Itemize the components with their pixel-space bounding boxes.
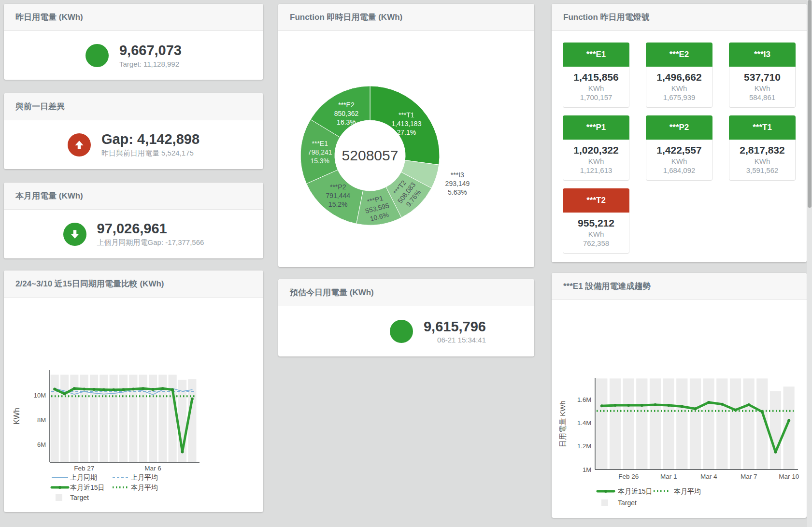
card-title: 昨日用電量 (KWh) (4, 4, 263, 31)
compare-chart[interactable]: 6M8M10MKWhFeb 27Mar 6上月同期上月平均本月近15日本月平均T… (4, 298, 263, 514)
kpi-body: 9,667,073 Target: 11,128,992 (4, 31, 263, 80)
legend-item[interactable]: 本月平均 (113, 484, 158, 491)
tile-label: ***E1 (563, 43, 629, 67)
kpi-body: 9,615,796 06-21 15:34:41 (278, 306, 534, 356)
tile-unit: KWh (729, 157, 795, 165)
kpi-value: 97,026,961 (97, 221, 204, 236)
y-axis-label: 日用電量 KWh (558, 400, 567, 447)
lamp-tile: ***E21,496,662KWh1,675,939 (646, 43, 712, 108)
tile-body: 955,212KWh762,358 (563, 213, 629, 254)
tile-target: 584,861 (729, 93, 795, 101)
status-circle-icon (390, 320, 413, 343)
y-tick-label: 6M (37, 441, 46, 448)
card-estimate-today: 預估今日用電量 (KWh) 9,615,796 06-21 15:34:41 (278, 279, 534, 356)
svg-text:***I3293,1495.63%: ***I3293,1495.63% (445, 171, 470, 196)
card-e1-trend-chart: ***E1 設備用電達成趨勢 1M1.2M1.4M1.6M日用電量 KWhFeb… (552, 273, 807, 518)
up-arrow-icon (68, 133, 91, 157)
card-month-usage: 本月用電量 (KWh) 97,026,961 上個月同期用電Gap: -17,3… (4, 183, 263, 258)
x-tick-label: Mar 10 (779, 473, 799, 480)
tile-value: 2,817,832 (729, 144, 795, 156)
down-arrow-icon (63, 223, 86, 246)
dashboard: 昨日用電量 (KWh) 9,667,073 Target: 11,128,992… (0, 0, 812, 527)
card-title: 與前一日差異 (4, 93, 263, 120)
kpi-subtitle: 昨日與前日用電量 5,524,175 (101, 149, 199, 158)
tile-target: 1,675,939 (646, 93, 712, 101)
tile-body: 1,422,557KWh1,684,092 (646, 140, 712, 181)
tile-unit: KWh (646, 157, 712, 165)
tile-value: 1,020,322 (563, 144, 629, 156)
lamp-tile: ***T2955,212KWh762,358 (563, 188, 629, 254)
tile-body: 537,710KWh584,861 (729, 67, 796, 108)
x-tick-label: Feb 27 (74, 465, 94, 472)
kpi-value: 9,615,796 (424, 319, 486, 334)
card-title: 2/24~3/10 近15日同期用電量比較 (KWh) (4, 271, 263, 298)
tile-label: ***T1 (729, 115, 796, 140)
tile-unit: KWh (646, 84, 712, 92)
kpi-subtitle: Target: 11,128,992 (119, 60, 182, 68)
legend-label: 本月近15日 (617, 487, 653, 495)
tile-body: 1,020,322KWh1,121,613 (563, 140, 629, 181)
legend-item[interactable]: 本月近15日 (598, 487, 653, 495)
tile-label: ***I3 (729, 43, 796, 67)
tile-label: ***P1 (563, 115, 629, 140)
legend-label: 本月平均 (130, 484, 158, 491)
tile-label: ***T2 (563, 188, 629, 213)
legend-item[interactable]: 本月近15日 (52, 484, 105, 491)
legend-label: Target (70, 494, 89, 501)
y-tick-label: 1.6M (577, 396, 591, 403)
kpi-body: Gap: 4,142,898 昨日與前日用電量 5,524,175 (4, 120, 263, 169)
status-circle-icon (85, 44, 109, 67)
card-compare-chart: 2/24~3/10 近15日同期用電量比較 (KWh) 6M8M10MKWhFe… (4, 271, 263, 512)
x-tick-label: Mar 7 (741, 473, 757, 480)
scrollbar-track[interactable] (807, 0, 812, 527)
card-title: 本月用電量 (KWh) (4, 183, 263, 210)
card-realtime-pie: Function 即時日用電量 (KWh) ***T11,413,18327.1… (278, 4, 534, 267)
tile-unit: KWh (563, 157, 629, 165)
tile-value: 1,496,662 (646, 71, 712, 83)
tile-label: ***E2 (646, 43, 712, 67)
legend-item[interactable]: 上月同期 (52, 473, 97, 481)
card-title: 預估今日用電量 (KWh) (278, 279, 534, 306)
kpi-subtitle: 上個月同期用電Gap: -17,377,566 (97, 238, 204, 247)
kpi-timestamp: 06-21 15:34:41 (424, 336, 486, 344)
card-title: Function 昨日用電燈號 (552, 4, 807, 31)
e1-trend-chart[interactable]: 1M1.2M1.4M1.6M日用電量 KWhFeb 26Mar 1Mar 4Ma… (552, 300, 807, 520)
lamp-tile-grid: ***E11,415,856KWh1,700,157***E21,496,662… (552, 31, 807, 254)
legend-item[interactable]: 上月平均 (113, 473, 158, 481)
tile-unit: KWh (729, 84, 795, 92)
tile-body: 1,496,662KWh1,675,939 (646, 67, 712, 108)
trend-svg: 1M1.2M1.4M1.6M日用電量 KWhFeb 26Mar 1Mar 4Ma… (552, 300, 807, 518)
donut-center-total: 5208057 (342, 147, 399, 163)
legend-label: 本月近15日 (70, 484, 105, 491)
tile-target: 1,684,092 (646, 166, 712, 174)
legend-item[interactable]: Target (56, 494, 89, 501)
legend-item[interactable]: 本月平均 (654, 487, 701, 495)
legend-label: Target (618, 499, 637, 507)
y-tick-label: 10M (34, 392, 46, 399)
lamp-tile: ***E11,415,856KWh1,700,157 (563, 43, 629, 108)
x-tick-label: Mar 6 (144, 465, 161, 472)
tile-body: 2,817,832KWh3,591,562 (729, 140, 796, 181)
tile-target: 1,121,613 (563, 166, 629, 174)
tile-body: 1,415,856KWh1,700,157 (563, 67, 629, 108)
card-lamp-status: Function 昨日用電燈號 ***E11,415,856KWh1,700,1… (552, 4, 807, 262)
scrollbar-thumb[interactable] (808, 0, 812, 208)
lamp-tile: ***I3537,710KWh584,861 (729, 43, 796, 108)
realtime-donut-chart[interactable]: ***T11,413,18327.1%***I3293,1495.63%***T… (278, 31, 534, 269)
legend-label: 上月平均 (131, 473, 158, 481)
target-bars (596, 379, 795, 470)
y-tick-label: 8M (37, 416, 46, 424)
tile-target: 762,358 (563, 239, 629, 247)
lamp-tile: ***P11,020,322KWh1,121,613 (563, 115, 629, 181)
x-tick-label: Mar 1 (660, 473, 677, 480)
tile-value: 1,422,557 (646, 144, 712, 156)
tile-unit: KWh (563, 84, 629, 92)
y-axis-label: KWh (13, 408, 21, 425)
tile-label: ***P2 (646, 115, 712, 140)
x-tick-label: Mar 4 (700, 473, 717, 480)
legend-item[interactable]: Target (601, 499, 637, 507)
card-day-gap: 與前一日差異 Gap: 4,142,898 昨日與前日用電量 5,524,175 (4, 93, 263, 169)
y-tick-label: 1.2M (577, 442, 591, 450)
card-title: ***E1 設備用電達成趨勢 (552, 273, 807, 300)
pie-segment-label: ***I3293,1495.63% (445, 171, 470, 196)
